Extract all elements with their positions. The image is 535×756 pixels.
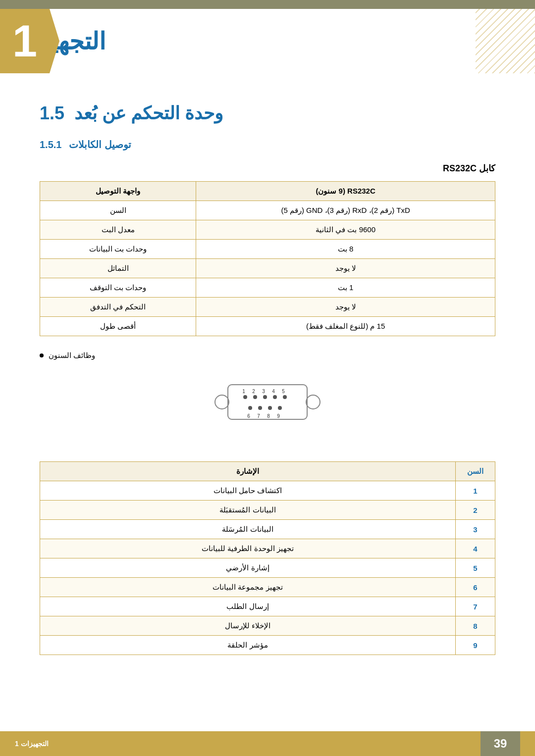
table-row: TxD (رقم 2)، RxD (رقم 3)، GND (رقم 5)الس… xyxy=(40,201,495,220)
svg-text:1: 1 xyxy=(242,389,245,394)
chapter-number: 1 xyxy=(12,19,37,63)
pin-number: 7 xyxy=(456,597,495,616)
svg-point-8 xyxy=(248,406,252,410)
table-row: 2البيانات المُستقبَلة xyxy=(40,501,495,520)
table-row: 9600 بت في الثانيةمعدل البت xyxy=(40,220,495,240)
table-row: 7إرسال الطلب xyxy=(40,597,495,616)
pin-functions-bullet: وظائف السنون xyxy=(40,351,95,360)
table-row: 6تجهيز مجموعة البيانات xyxy=(40,578,495,597)
rs232c-value: 1 بت xyxy=(196,278,495,298)
rs232c-interface: التحكم في التدفق xyxy=(40,298,196,317)
pin-signal: إرسال الطلب xyxy=(40,597,456,616)
svg-text:3: 3 xyxy=(262,389,265,394)
rs232c-header-col1: RS232C (9 سنون) xyxy=(196,182,495,201)
table-row: 3البيانات المُرسَلة xyxy=(40,520,495,539)
chapter-header: التجهيزات 1 xyxy=(0,9,535,73)
pin-functions-label: وظائف السنون xyxy=(49,351,95,360)
svg-point-7 xyxy=(283,395,287,399)
table-row: 1 بتوحدات بت التوقف xyxy=(40,278,495,298)
svg-text:7: 7 xyxy=(257,413,260,419)
footer-chapter-label: التجهيزات 1 xyxy=(15,740,49,748)
section-heading: وحدة التحكم عن بُعد 1.5 xyxy=(40,103,495,124)
db9-connector-svg: 1 2 3 4 5 6 7 8 9 xyxy=(203,372,332,432)
svg-text:6: 6 xyxy=(247,413,250,419)
table-row: 4تجهيز الوحدة الطرفية للبيانات xyxy=(40,539,495,558)
svg-text:9: 9 xyxy=(277,413,280,419)
rs232c-table: RS232C (9 سنون) واجهة التوصيل TxD (رقم 2… xyxy=(40,181,495,336)
svg-text:8: 8 xyxy=(267,413,270,419)
table-row: 15 م (للنوع المغلف فقط)أقصى طول xyxy=(40,317,495,336)
main-content: وحدة التحكم عن بُعد 1.5 توصيل الكابلات 1… xyxy=(0,73,535,700)
table-row: 8الإخلاء للإرسال xyxy=(40,616,495,636)
rs232c-value: 15 م (للنوع المغلف فقط) xyxy=(196,317,495,336)
rs232c-interface: السن xyxy=(40,201,196,220)
pin-header-col2: الإشارة xyxy=(40,462,456,481)
hatch-area xyxy=(476,9,535,73)
pin-signal: تجهيز مجموعة البيانات xyxy=(40,578,456,597)
cable-heading: كابل RS232C xyxy=(40,163,495,174)
rs232c-value: 8 بت xyxy=(196,240,495,259)
pin-signal: إشارة الأرضي xyxy=(40,558,456,578)
svg-point-3 xyxy=(243,395,247,399)
svg-point-4 xyxy=(253,395,257,399)
svg-point-11 xyxy=(278,406,282,410)
subsection-title: توصيل الكابلات xyxy=(69,139,131,151)
subsection-heading: توصيل الكابلات 1.5.1 xyxy=(40,139,495,151)
pin-number: 6 xyxy=(456,578,495,597)
pin-signal: البيانات المُستقبَلة xyxy=(40,501,456,520)
section-title: وحدة التحكم عن بُعد xyxy=(74,103,223,124)
table-row: 1اكتشاف حامل البيانات xyxy=(40,481,495,501)
pin-number: 5 xyxy=(456,558,495,578)
connector-diagram: 1 2 3 4 5 6 7 8 9 xyxy=(203,372,332,432)
rs232c-value: TxD (رقم 2)، RxD (رقم 3)، GND (رقم 5) xyxy=(196,201,495,220)
pin-signal: الإخلاء للإرسال xyxy=(40,616,456,636)
pin-number: 4 xyxy=(456,539,495,558)
rs232c-interface: أقصى طول xyxy=(40,317,196,336)
rs232c-header-col2: واجهة التوصيل xyxy=(40,182,196,201)
svg-point-6 xyxy=(273,395,277,399)
rs232c-value: لا يوجد xyxy=(196,298,495,317)
svg-text:5: 5 xyxy=(282,389,285,394)
rs232c-interface: التماثل xyxy=(40,259,196,278)
rs232c-value: 9600 بت في الثانية xyxy=(196,220,495,240)
svg-point-1 xyxy=(215,395,229,409)
section-number: 1.5 xyxy=(40,103,64,124)
pin-number: 1 xyxy=(456,481,495,501)
footer-left: 39 xyxy=(481,731,520,756)
pin-number: 9 xyxy=(456,636,495,655)
rs232c-value: لا يوجد xyxy=(196,259,495,278)
svg-text:4: 4 xyxy=(272,389,275,394)
table-row: لا يوجدالتماثل xyxy=(40,259,495,278)
svg-point-10 xyxy=(268,406,272,410)
rs232c-interface: وحدات بت البيانات xyxy=(40,240,196,259)
subsection-number: 1.5.1 xyxy=(40,139,61,151)
rs232c-interface: معدل البت xyxy=(40,220,196,240)
footer: 39 التجهيزات 1 xyxy=(0,731,535,756)
pin-table: السن الإشارة 1اكتشاف حامل البيانات2البيا… xyxy=(40,461,495,655)
pin-number: 3 xyxy=(456,520,495,539)
pin-signal: البيانات المُرسَلة xyxy=(40,520,456,539)
svg-text:2: 2 xyxy=(252,389,255,394)
table-row: 5إشارة الأرضي xyxy=(40,558,495,578)
table-row: 8 بتوحدات بت البيانات xyxy=(40,240,495,259)
table-row: 9مؤشر الحلقة xyxy=(40,636,495,655)
pin-header-col1: السن xyxy=(456,462,495,481)
svg-point-5 xyxy=(263,395,267,399)
bullet-dot-icon xyxy=(40,353,44,357)
pin-signal: مؤشر الحلقة xyxy=(40,636,456,655)
pin-number: 8 xyxy=(456,616,495,636)
chapter-number-block: 1 xyxy=(0,9,50,73)
svg-point-2 xyxy=(306,395,320,409)
pin-functions-section: وظائف السنون xyxy=(40,351,495,447)
rs232c-interface: وحدات بت التوقف xyxy=(40,278,196,298)
page-number: 39 xyxy=(494,737,507,751)
pin-signal: تجهيز الوحدة الطرفية للبيانات xyxy=(40,539,456,558)
top-bar xyxy=(0,0,535,9)
svg-point-9 xyxy=(258,406,262,410)
pin-signal: اكتشاف حامل البيانات xyxy=(40,481,456,501)
pin-number: 2 xyxy=(456,501,495,520)
table-row: لا يوجدالتحكم في التدفق xyxy=(40,298,495,317)
